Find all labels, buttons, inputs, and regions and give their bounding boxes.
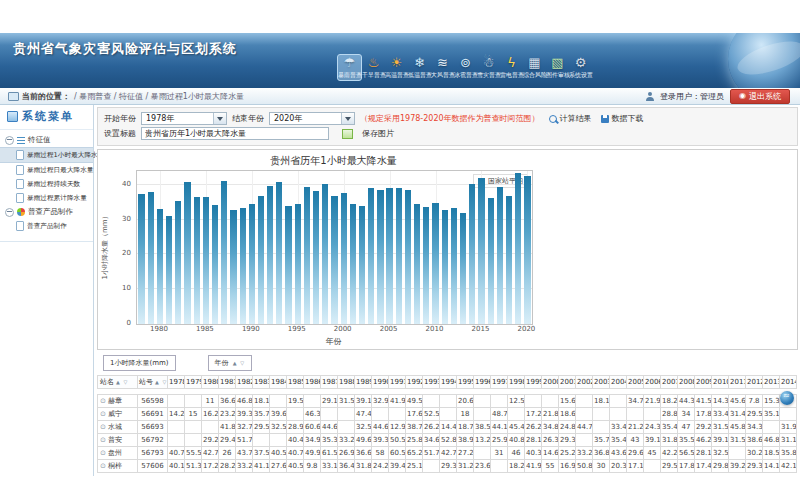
start-year-select[interactable]: 1978年 xyxy=(141,112,227,125)
column-header-year[interactable]: 2011 xyxy=(729,376,746,389)
toolbar-item-map-review[interactable]: ▧图件审核 xyxy=(546,54,569,81)
expand-row-icon[interactable]: ⊙ xyxy=(100,397,106,405)
column-header-year[interactable]: 2000 xyxy=(542,376,559,389)
column-header-year[interactable]: 1997 xyxy=(491,376,508,389)
table-row[interactable]: ⊙桐梓5760640.151.317.228.233.241.127.640.5… xyxy=(98,460,797,473)
download-button[interactable]: 数据下载 xyxy=(601,113,644,124)
table-row[interactable]: ⊙盘州5679340.755.542.72643.737.540.540.749… xyxy=(98,447,797,460)
chart-title-input[interactable] xyxy=(141,127,329,140)
column-header-year[interactable]: 2010 xyxy=(712,376,729,389)
column-header-year[interactable]: 1989 xyxy=(355,376,372,389)
sidebar-item[interactable]: 暴雨过程日最大降水量 xyxy=(0,163,93,177)
column-header-station[interactable]: 站名▲ ▽ xyxy=(98,376,138,389)
sort-icons[interactable]: ▲ ▽ xyxy=(116,379,128,385)
value-cell: 42.2 xyxy=(661,447,678,460)
toolbar-item-low-temp[interactable]: ❄低温普查 xyxy=(408,54,431,81)
toolbar-item-snow[interactable]: ☃雪灾普查 xyxy=(477,54,500,81)
column-header-year[interactable]: 1990 xyxy=(372,376,389,389)
sidebar-group-2[interactable]: 普查产品制作 xyxy=(0,205,93,219)
column-header-year[interactable]: 1996 xyxy=(474,376,491,389)
expand-row-icon[interactable]: ⊙ xyxy=(100,462,106,470)
column-header-year[interactable]: 1987 xyxy=(321,376,338,389)
column-header-year[interactable]: 1982 xyxy=(236,376,253,389)
collapse-toggle-icon[interactable] xyxy=(5,136,14,145)
column-header-year[interactable]: 2001 xyxy=(559,376,576,389)
expand-row-icon[interactable]: ⊙ xyxy=(100,436,106,444)
sidebar-item[interactable]: 暴雨过程持续天数 xyxy=(0,177,93,191)
floating-widget-icon[interactable] xyxy=(780,391,794,405)
column-header-year[interactable]: 1986 xyxy=(304,376,321,389)
year-filter[interactable]: 年份 ▲ ▽ xyxy=(208,355,253,371)
column-header-year[interactable]: 2008 xyxy=(678,376,695,389)
column-header-year[interactable]: 2002 xyxy=(576,376,593,389)
toolbar-item-wind[interactable]: ≋大风普查 xyxy=(431,54,454,81)
column-header-year[interactable]: 1988 xyxy=(338,376,355,389)
calculate-button[interactable]: 计算结果 xyxy=(549,113,592,124)
column-header-year[interactable]: 2009 xyxy=(695,376,712,389)
table-row[interactable]: ⊙普安5679229.229.451.740.434.935.333.249.6… xyxy=(98,434,797,447)
column-header-year[interactable]: 1991 xyxy=(389,376,406,389)
column-header-year[interactable]: 1995 xyxy=(457,376,474,389)
toolbar-item-rainstorm[interactable]: ☂暴雨普查 xyxy=(337,54,362,81)
value-cell: 39.1 xyxy=(644,434,661,447)
chevron-down-icon[interactable] xyxy=(341,113,354,124)
column-header-year[interactable]: 2013 xyxy=(763,376,780,389)
collapse-toggle-icon[interactable] xyxy=(5,208,14,217)
column-header-year[interactable]: 1992 xyxy=(406,376,423,389)
station-name-cell[interactable]: ⊙水城 xyxy=(98,421,138,434)
column-header-year[interactable]: 1981 xyxy=(219,376,236,389)
sort-icons[interactable]: ▲ ▽ xyxy=(233,360,245,366)
value-cell: 17.2 xyxy=(202,460,219,473)
sidebar-group-1[interactable]: 特征值 xyxy=(0,133,93,147)
chart-bar xyxy=(267,186,273,324)
table-row[interactable]: ⊙威宁5669114.21516.223.239.335.739.646.347… xyxy=(98,408,797,421)
value-cell: 30 xyxy=(593,460,610,473)
table-row[interactable]: ⊙赫章565981136.646.818.119.529.131.539.132… xyxy=(98,395,797,408)
column-header-year[interactable]: 1979 xyxy=(185,376,202,389)
column-header-year[interactable]: 1998 xyxy=(508,376,525,389)
save-image-button[interactable]: 保存图片 xyxy=(362,128,394,139)
table-row[interactable]: ⊙水城5669341.832.729.532.528.960.644.632.5… xyxy=(98,421,797,434)
station-name-cell[interactable]: ⊙盘州 xyxy=(98,447,138,460)
sidebar-item[interactable]: 暴雨过程累计降水量 xyxy=(0,191,93,205)
column-header-year[interactable]: 2003 xyxy=(593,376,610,389)
toolbar-item-composite-risk[interactable]: ▦综合风险 xyxy=(523,54,546,81)
column-header-year[interactable]: 2007 xyxy=(661,376,678,389)
station-name-cell[interactable]: ⊙普安 xyxy=(98,434,138,447)
column-header-year[interactable]: 1984 xyxy=(270,376,287,389)
expand-row-icon[interactable]: ⊙ xyxy=(100,410,106,418)
toolbar-item-hail[interactable]: ⊚冰雹普查 xyxy=(454,54,477,81)
sidebar-item[interactable]: 暴雨过程1小时最大降水量 xyxy=(0,147,93,163)
end-year-select[interactable]: 2020年 xyxy=(269,112,355,125)
unit-tab[interactable]: 1小时降水量(mm) xyxy=(103,355,176,371)
breadcrumb[interactable]: / 暴雨普查 / 特征值 / 暴雨过程1小时最大降水量 xyxy=(74,91,244,102)
column-header-year[interactable]: 2012 xyxy=(746,376,763,389)
value-cell: 33.2 xyxy=(576,447,593,460)
column-header-year[interactable]: 1994 xyxy=(440,376,457,389)
column-header-year[interactable]: 1985 xyxy=(287,376,304,389)
column-header-year[interactable]: 1978 xyxy=(168,376,185,389)
column-header-year[interactable]: 1999 xyxy=(525,376,542,389)
chart-bar xyxy=(368,188,374,324)
column-header-year[interactable]: 2004 xyxy=(610,376,627,389)
column-header-year[interactable]: 2005 xyxy=(627,376,644,389)
expand-row-icon[interactable]: ⊙ xyxy=(100,449,106,457)
toolbar-item-drought[interactable]: ♨干旱普查 xyxy=(362,54,385,81)
column-header-year[interactable]: 1980 xyxy=(202,376,219,389)
column-header-year[interactable]: 1983 xyxy=(253,376,270,389)
station-name-cell[interactable]: ⊙桐梓 xyxy=(98,460,138,473)
sidebar-item[interactable]: 普查产品制作 xyxy=(0,219,93,233)
expand-row-icon[interactable]: ⊙ xyxy=(100,423,106,431)
column-header-year[interactable]: 2006 xyxy=(644,376,661,389)
column-header-year[interactable]: 2014 xyxy=(780,376,797,389)
column-header-year[interactable]: 1993 xyxy=(423,376,440,389)
column-header-station-id[interactable]: 站号▲ ▽ xyxy=(138,376,168,389)
chevron-down-icon[interactable] xyxy=(213,113,226,124)
toolbar-item-high-temp[interactable]: ☀高温普查 xyxy=(385,54,408,81)
logout-button[interactable]: ◉ 退出系统 xyxy=(730,89,790,104)
toolbar-item-settings[interactable]: ⚙系统设置 xyxy=(569,54,592,81)
toolbar-item-lightning[interactable]: ϟ雷电普查 xyxy=(500,54,523,81)
sort-icons[interactable]: ▲ ▽ xyxy=(155,379,167,385)
station-name-cell[interactable]: ⊙赫章 xyxy=(98,395,138,408)
station-name-cell[interactable]: ⊙威宁 xyxy=(98,408,138,421)
